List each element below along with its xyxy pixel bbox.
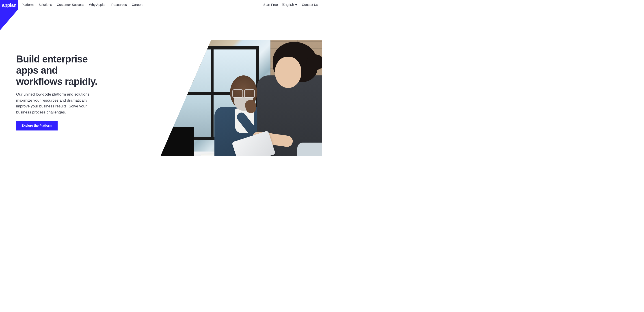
hero-photo-scene — [152, 40, 322, 156]
contact-us-link[interactable]: Contact Us — [302, 3, 318, 6]
primary-nav: Platform Solutions Customer Success Why … — [18, 0, 144, 9]
chevron-down-icon — [295, 4, 297, 5]
start-free-link[interactable]: Start Free — [263, 3, 278, 6]
language-select[interactable]: English — [282, 3, 297, 7]
explore-platform-button[interactable]: Explore the Platform — [16, 121, 58, 130]
nav-item-why-appian[interactable]: Why Appian — [89, 3, 106, 6]
brand-wordmark: appian — [2, 2, 16, 8]
nav-item-careers[interactable]: Careers — [132, 3, 144, 6]
site-header: appian Platform Solutions Customer Succe… — [0, 0, 322, 30]
language-label: English — [282, 3, 294, 7]
nav-item-solutions[interactable]: Solutions — [38, 3, 52, 6]
nav-item-customer-success[interactable]: Customer Success — [57, 3, 84, 6]
brand-logo[interactable]: appian — [0, 0, 18, 30]
nav-item-platform[interactable]: Platform — [22, 3, 34, 6]
hero-subtitle: Our unified low-code platform and soluti… — [16, 91, 99, 115]
desktop-monitor — [158, 127, 194, 156]
hero-copy: Build enterprise apps and workflows rapi… — [16, 53, 106, 130]
utility-nav: Start Free English Contact Us — [263, 0, 322, 9]
nav-item-resources[interactable]: Resources — [111, 3, 127, 6]
hero-title: Build enterprise apps and workflows rapi… — [16, 53, 106, 87]
hero-image — [152, 40, 322, 156]
hero-section: Build enterprise apps and workflows rapi… — [0, 30, 322, 156]
